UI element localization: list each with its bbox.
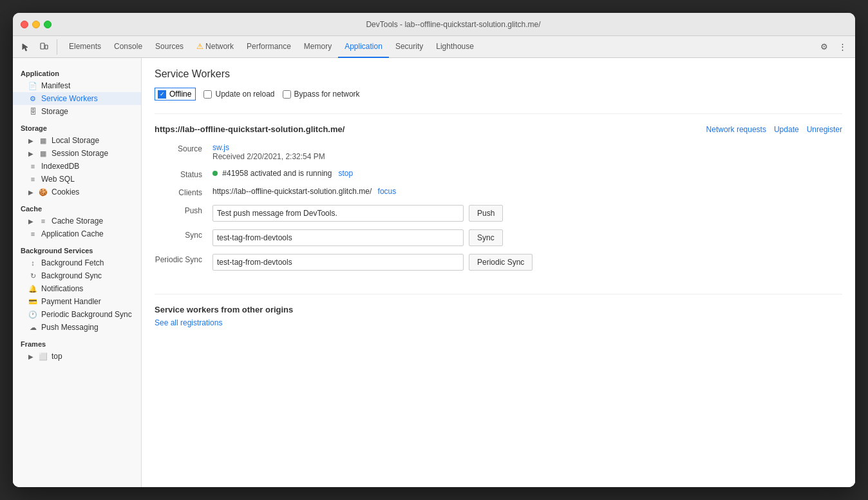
tab-network[interactable]: ⚠ Network: [190, 36, 240, 58]
devtools-tabs-list: Elements Console Sources ⚠ Network Perfo…: [62, 36, 816, 58]
maximize-button[interactable]: [44, 21, 52, 28]
clients-url: https://lab--offline-quickstart-solution…: [212, 187, 372, 196]
indexeddb-icon: ≡: [28, 162, 37, 171]
page-title: Service Workers: [155, 68, 842, 80]
minimize-button[interactable]: [32, 21, 40, 28]
tab-application[interactable]: Application: [338, 36, 389, 58]
other-origins-title: Service workers from other origins: [155, 305, 842, 314]
sidebar-item-background-sync[interactable]: ↻ Background Sync: [13, 269, 141, 282]
bypass-for-network-label[interactable]: Bypass for network: [283, 90, 360, 99]
sync-button[interactable]: Sync: [469, 229, 503, 246]
update-link[interactable]: Update: [774, 125, 799, 134]
window-title: DevTools - lab--offline-quickstart-solut…: [59, 20, 847, 29]
payment-handler-icon: 💳: [28, 297, 37, 306]
tab-performance[interactable]: Performance: [240, 36, 297, 58]
sidebar-item-top-frame[interactable]: ▶ ⬜ top: [13, 350, 141, 363]
manifest-icon: 📄: [28, 81, 37, 90]
device-tool-icon[interactable]: [36, 39, 52, 55]
close-button[interactable]: [21, 21, 28, 28]
periodic-sync-row: Periodic Sync Periodic Sync: [155, 254, 842, 271]
tabs-right-controls: ⚙ ⋮: [816, 39, 850, 55]
source-label: Source: [155, 143, 212, 153]
sidebar-item-payment-handler[interactable]: 💳 Payment Handler: [13, 295, 141, 308]
tab-console[interactable]: Console: [108, 36, 149, 58]
sidebar-item-indexeddb[interactable]: ≡ IndexedDB: [13, 160, 141, 173]
cursor-tool-icon[interactable]: [18, 39, 33, 55]
push-button[interactable]: Push: [469, 205, 503, 222]
sidebar-item-periodic-background-sync[interactable]: 🕐 Periodic Background Sync: [13, 308, 141, 321]
service-worker-entry: https://lab--offline-quickstart-solution…: [155, 113, 842, 289]
periodic-sync-button[interactable]: Periodic Sync: [469, 254, 533, 271]
sidebar-item-storage[interactable]: 🗄 Storage: [13, 105, 141, 118]
service-workers-icon: ⚙: [28, 94, 37, 103]
sidebar-item-application-cache[interactable]: ≡ Application Cache: [13, 227, 141, 240]
top-frame-icon: ⬜: [39, 352, 48, 361]
sidebar-item-notifications[interactable]: 🔔 Notifications: [13, 282, 141, 295]
bypass-for-network-checkbox[interactable]: [283, 90, 291, 99]
stop-link[interactable]: stop: [339, 169, 354, 178]
offline-label: Offline: [169, 90, 191, 99]
sidebar-item-manifest[interactable]: 📄 Manifest: [13, 79, 141, 92]
received-text: Received 2/20/2021, 2:32:54 PM: [212, 152, 325, 161]
see-all-registrations-link[interactable]: See all registrations: [155, 318, 222, 327]
periodic-sync-input[interactable]: [212, 254, 464, 271]
tab-sources[interactable]: Sources: [149, 36, 190, 58]
tab-security[interactable]: Security: [389, 36, 429, 58]
update-on-reload-checkbox[interactable]: [203, 90, 212, 99]
storage-icon: 🗄: [28, 107, 37, 116]
tools-left: [18, 39, 57, 55]
sw-url-row: https://lab--offline-quickstart-solution…: [155, 124, 842, 134]
source-value: sw.js Received 2/20/2021, 2:32:54 PM: [212, 143, 842, 161]
sidebar-section-storage: Storage: [13, 120, 141, 134]
status-value: #41958 activated and is running stop: [212, 169, 842, 178]
traffic-lights: [21, 21, 52, 28]
sidebar-item-cookies[interactable]: ▶ 🍪 Cookies: [13, 186, 141, 198]
status-label: Status: [155, 169, 212, 179]
network-warning-icon: ⚠: [196, 42, 203, 51]
update-on-reload-label[interactable]: Update on reload: [203, 90, 274, 99]
more-options-icon[interactable]: ⋮: [835, 39, 850, 55]
sync-input-row: Sync: [212, 229, 842, 246]
focus-link[interactable]: focus: [378, 187, 397, 196]
sync-input[interactable]: [212, 229, 464, 246]
sidebar-item-web-sql[interactable]: ≡ Web SQL: [13, 173, 141, 186]
clients-row: Clients https://lab--offline-quickstart-…: [155, 187, 842, 197]
offline-checkbox-label[interactable]: ✓ Offline: [155, 88, 196, 101]
cache-storage-icon: ≡: [39, 216, 48, 226]
sidebar-section-background-services: Background Services: [13, 243, 141, 256]
status-row: Status #41958 activated and is running s…: [155, 169, 842, 179]
sidebar-item-cache-storage[interactable]: ▶ ≡ Cache Storage: [13, 215, 141, 227]
main-content: Service Workers ✓ Offline Update on relo…: [142, 58, 855, 487]
sidebar-section-frames: Frames: [13, 336, 141, 350]
expand-top-frame-icon: ▶: [28, 353, 33, 360]
expand-session-storage-icon: ▶: [28, 150, 33, 157]
offline-checkbox-box: ✓: [158, 90, 166, 99]
clients-label: Clients: [155, 187, 212, 197]
sidebar-item-push-messaging[interactable]: ☁ Push Messaging: [13, 321, 141, 334]
settings-icon[interactable]: ⚙: [816, 39, 832, 55]
status-dot-icon: [212, 171, 218, 176]
unregister-link[interactable]: Unregister: [807, 125, 842, 134]
tab-memory[interactable]: Memory: [297, 36, 338, 58]
periodic-sync-label: Periodic Sync: [155, 254, 212, 264]
toolbar-row: ✓ Offline Update on reload Bypass for ne…: [155, 88, 842, 101]
web-sql-icon: ≡: [28, 175, 37, 184]
sidebar-item-session-storage[interactable]: ▶ ▦ Session Storage: [13, 147, 141, 160]
tab-elements[interactable]: Elements: [62, 36, 108, 58]
sidebar-item-background-fetch[interactable]: ↕ Background Fetch: [13, 256, 141, 269]
devtools-tab-bar: Elements Console Sources ⚠ Network Perfo…: [13, 36, 855, 58]
source-row: Source sw.js Received 2/20/2021, 2:32:54…: [155, 143, 842, 161]
status-text: #41958 activated and is running: [222, 169, 332, 178]
cookies-icon: 🍪: [39, 188, 48, 197]
local-storage-icon: ▦: [39, 136, 48, 145]
source-link[interactable]: sw.js: [212, 143, 229, 152]
sidebar-item-service-workers[interactable]: ⚙ Service Workers: [13, 92, 141, 105]
sidebar-item-local-storage[interactable]: ▶ ▦ Local Storage: [13, 134, 141, 147]
push-row: Push Push: [155, 205, 842, 222]
network-requests-link[interactable]: Network requests: [706, 125, 766, 134]
sync-row: Sync Sync: [155, 229, 842, 246]
tab-lighthouse[interactable]: Lighthouse: [429, 36, 480, 58]
push-input[interactable]: [212, 205, 464, 222]
sidebar-section-application: Application: [13, 66, 141, 79]
sidebar: Application 📄 Manifest ⚙ Service Workers…: [13, 58, 142, 487]
